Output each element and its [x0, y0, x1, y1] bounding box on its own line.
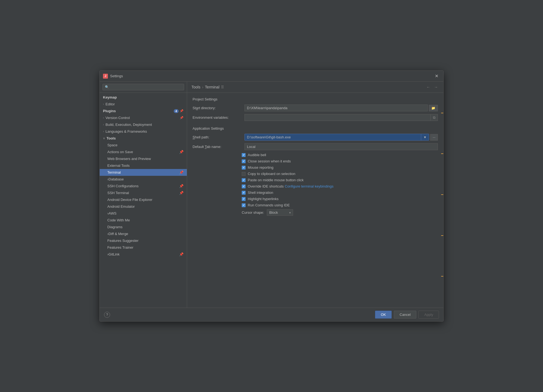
mouse-reporting-label[interactable]: Mouse reporting — [242, 165, 273, 170]
configure-keybindings-link[interactable]: Configure terminal keybindings — [285, 184, 334, 188]
sidebar-item-actions-on-save[interactable]: Actions on Save 📌 — [100, 149, 187, 155]
forward-arrow[interactable]: → — [433, 84, 439, 90]
env-variables-copy-button[interactable]: ⧉ — [430, 114, 438, 121]
breadcrumb: Tools › Terminal ☰ — [191, 85, 224, 89]
content-wrapper: Tools › Terminal ☰ ← → Project Settings — [187, 82, 443, 308]
sidebar-item-external-tools[interactable]: External Tools — [100, 162, 187, 169]
content-scroll: Project Settings Start directory: 📁 — [187, 93, 443, 308]
breadcrumb-icon: ☰ — [221, 85, 224, 89]
highlight-hyperlinks-text: Highlight hyperlinks — [248, 197, 279, 201]
bottom-bar: ? OK Cancel Apply — [100, 308, 443, 321]
sidebar-nav: Keymap › Editor Plugins 4 📌 › Version Co… — [100, 93, 187, 308]
sidebar-item-android-emulator[interactable]: Android Emulator — [100, 203, 187, 210]
close-session-label[interactable]: Close session when it ends — [242, 159, 291, 163]
content-header: Tools › Terminal ☰ ← → — [187, 82, 443, 93]
sidebar-item-gitlink[interactable]: › GitLink 📌 — [100, 251, 187, 258]
audible-bell-checkbox[interactable] — [242, 153, 246, 157]
bottom-left: ? — [104, 312, 110, 318]
checkboxes-container: Audible bell Close session when it ends — [193, 153, 438, 207]
default-tab-row: Default Tab name: — [193, 143, 438, 150]
override-shortcuts-text: Override IDE shortcuts — [248, 184, 284, 188]
mouse-reporting-row: Mouse reporting — [193, 165, 438, 170]
search-box — [100, 82, 187, 93]
audible-bell-label[interactable]: Audible bell — [242, 153, 266, 157]
application-settings-label: Application Settings — [193, 126, 438, 130]
copy-clipboard-checkbox[interactable] — [242, 172, 246, 176]
shell-integration-text: Shell integration — [248, 191, 273, 195]
shell-path-browse-button[interactable]: ··· — [430, 134, 438, 141]
sidebar-item-plugins[interactable]: Plugins 4 📌 — [100, 108, 187, 114]
sidebar-item-diff-merge[interactable]: › Diff & Merge — [100, 230, 187, 237]
paste-middle-label[interactable]: Paste on middle mouse button click — [242, 178, 304, 182]
sidebar-item-diagrams[interactable]: Diagrams — [100, 224, 187, 230]
start-directory-label: Start directory: — [193, 106, 242, 110]
sidebar-item-version-control[interactable]: › Version Control 📌 — [100, 114, 187, 121]
chevron-down-icon: ∨ — [103, 137, 105, 140]
sidebar-item-terminal[interactable]: Terminal 📌 — [100, 169, 187, 176]
sidebar-item-features-suggester[interactable]: Features Suggester — [100, 237, 187, 244]
breadcrumb-separator: › — [202, 85, 203, 89]
cursor-shape-select[interactable]: Block Underline Beam — [267, 209, 293, 216]
default-tab-input[interactable] — [244, 143, 438, 150]
edge-mark — [441, 276, 443, 277]
sidebar-item-space[interactable]: Space — [100, 142, 187, 149]
edge-mark — [441, 194, 443, 195]
env-variables-input[interactable] — [245, 114, 430, 121]
highlight-hyperlinks-checkbox[interactable] — [242, 197, 246, 201]
copy-clipboard-text: Copy to clipboard on selection — [248, 172, 295, 176]
cancel-button[interactable]: Cancel — [394, 311, 416, 319]
pin-icon: 📌 — [179, 170, 184, 174]
copy-clipboard-label[interactable]: Copy to clipboard on selection — [242, 172, 295, 176]
sidebar-item-web-browsers[interactable]: Web Browsers and Preview — [100, 155, 187, 162]
sidebar-item-database[interactable]: › Database — [100, 176, 187, 183]
search-input[interactable] — [102, 84, 184, 90]
run-commands-checkbox[interactable] — [242, 203, 246, 207]
sidebar-item-android-file[interactable]: Android Device File Explorer — [100, 196, 187, 203]
shell-integration-checkbox[interactable] — [242, 191, 246, 195]
start-directory-input[interactable] — [244, 105, 428, 111]
mouse-reporting-checkbox[interactable] — [242, 166, 246, 170]
start-directory-browse-button[interactable]: 📁 — [429, 105, 438, 111]
edge-mark — [441, 113, 443, 113]
shell-path-input-wrapper: ▼ — [244, 134, 429, 141]
paste-middle-checkbox[interactable] — [242, 178, 246, 182]
sidebar-item-languages[interactable]: › Languages & Frameworks — [100, 128, 187, 135]
shell-integration-label[interactable]: Shell integration — [242, 191, 273, 195]
sidebar-item-ssh-terminal[interactable]: SSH Terminal 📌 — [100, 189, 187, 196]
shell-path-input[interactable] — [245, 134, 421, 140]
help-button[interactable]: ? — [104, 312, 110, 318]
back-arrow[interactable]: ← — [425, 84, 431, 90]
sidebar-item-build-exec[interactable]: › Build, Execution, Deployment — [100, 121, 187, 128]
plugins-badge: 4 — [174, 109, 179, 113]
apply-button[interactable]: Apply — [418, 311, 439, 319]
sidebar-item-tools[interactable]: ∨ Tools — [100, 135, 187, 142]
shell-path-dropdown-button[interactable]: ▼ — [421, 134, 429, 140]
project-settings-group: Project Settings Start directory: 📁 — [193, 97, 438, 121]
ok-button[interactable]: OK — [375, 311, 392, 319]
sidebar-item-aws[interactable]: › AWS — [100, 210, 187, 217]
chevron-right-icon: › — [103, 130, 104, 133]
main-content: Keymap › Editor Plugins 4 📌 › Version Co… — [100, 82, 443, 308]
close-button[interactable]: ✕ — [433, 73, 440, 79]
override-shortcuts-checkbox[interactable] — [242, 185, 246, 188]
close-session-checkbox[interactable] — [242, 159, 246, 163]
override-shortcuts-label[interactable]: Override IDE shortcuts — [242, 184, 284, 188]
project-settings-label: Project Settings — [193, 97, 438, 101]
application-settings-group: Application Settings Shell path: ▼ ··· — [193, 126, 438, 216]
highlight-hyperlinks-label[interactable]: Highlight hyperlinks — [242, 197, 279, 201]
sidebar-item-features-trainer[interactable]: Features Trainer — [100, 244, 187, 251]
pin-icon: 📌 — [179, 191, 184, 195]
cursor-shape-label: Cursor shape: — [242, 210, 264, 215]
sidebar-item-editor[interactable]: › Editor — [100, 101, 187, 108]
override-shortcuts-row: Override IDE shortcuts Configure termina… — [193, 184, 438, 188]
bottom-right: OK Cancel Apply — [375, 311, 439, 319]
default-tab-label: Default Tab name: — [193, 145, 242, 149]
run-commands-label[interactable]: Run Commands using IDE — [242, 203, 290, 207]
pin-icon: 📌 — [180, 109, 184, 113]
cursor-shape-select-wrapper: Block Underline Beam ▼ — [267, 209, 293, 216]
sidebar-item-ssh-configs[interactable]: SSH Configurations 📌 — [100, 183, 187, 189]
env-variables-row: Environment variables: ⧉ — [193, 114, 438, 121]
sidebar-item-code-with-me[interactable]: Code With Me — [100, 217, 187, 224]
sidebar-item-keymap[interactable]: Keymap — [100, 94, 187, 101]
shell-path-label: Shell path: — [193, 135, 242, 139]
